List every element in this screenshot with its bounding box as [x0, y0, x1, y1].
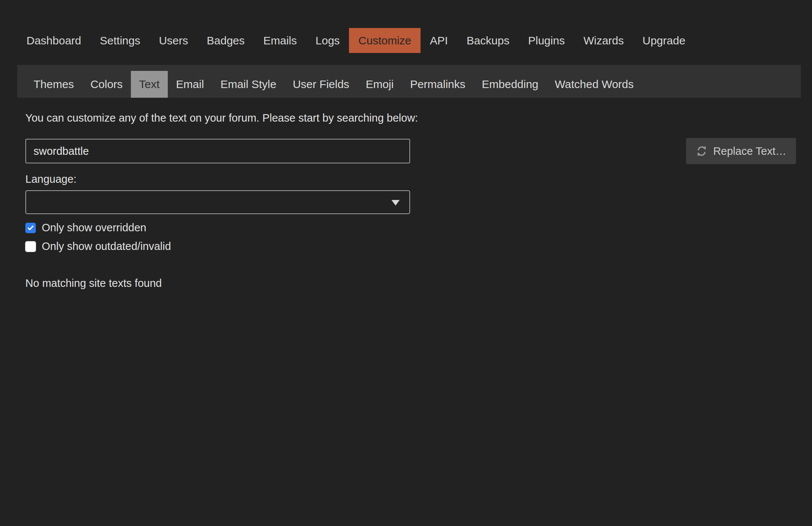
top-nav-item-plugins[interactable]: Plugins	[519, 28, 574, 53]
top-nav-item-backups[interactable]: Backups	[457, 28, 519, 53]
top-nav-item-emails[interactable]: Emails	[254, 28, 306, 53]
site-text-search-input[interactable]	[25, 139, 410, 163]
filter-only-show-overridden[interactable]: Only show overridden	[25, 222, 146, 234]
sub-nav-tab-colors[interactable]: Colors	[82, 71, 131, 98]
sub-nav-tab-embedding[interactable]: Embedding	[473, 71, 547, 98]
top-nav-item-dashboard[interactable]: Dashboard	[17, 28, 91, 53]
top-nav-item-settings[interactable]: Settings	[91, 28, 150, 53]
filter-label: Only show outdated/invalid	[42, 240, 171, 253]
top-nav-item-wizards[interactable]: Wizards	[574, 28, 633, 53]
top-nav-item-users[interactable]: Users	[150, 28, 197, 53]
checkbox-unchecked-icon[interactable]	[25, 241, 36, 252]
filter-label: Only show overridden	[42, 222, 146, 234]
refresh-icon	[696, 145, 708, 157]
sub-nav-tab-email[interactable]: Email	[168, 71, 212, 98]
filter-checkboxes: Only show overriddenOnly show outdated/i…	[25, 222, 796, 253]
language-label: Language:	[25, 173, 796, 185]
language-select[interactable]	[25, 190, 410, 214]
admin-top-nav: DashboardSettingsUsersBadgesEmailsLogsCu…	[0, 28, 812, 53]
sub-nav-tab-user-fields[interactable]: User Fields	[284, 71, 358, 98]
top-nav-item-upgrade[interactable]: Upgrade	[633, 28, 695, 53]
checkbox-checked-icon[interactable]	[25, 223, 36, 233]
intro-text: You can customize any of the text on you…	[25, 112, 796, 124]
sub-nav-tab-permalinks[interactable]: Permalinks	[402, 71, 473, 98]
replace-text-button[interactable]: Replace Text…	[686, 138, 796, 164]
sub-nav-tab-watched-words[interactable]: Watched Words	[547, 71, 642, 98]
sub-nav-tab-themes[interactable]: Themes	[25, 71, 82, 98]
top-nav-item-api[interactable]: API	[421, 28, 457, 53]
chevron-down-icon	[391, 200, 400, 206]
filter-only-show-outdated-invalid[interactable]: Only show outdated/invalid	[25, 240, 171, 253]
replace-text-label: Replace Text…	[713, 145, 786, 157]
customize-sub-nav: ThemesColorsTextEmailEmail StyleUser Fie…	[17, 65, 801, 98]
sub-nav-tab-email-style[interactable]: Email Style	[212, 71, 284, 98]
top-nav-item-logs[interactable]: Logs	[306, 28, 349, 53]
no-results-text: No matching site texts found	[25, 277, 796, 289]
top-nav-item-badges[interactable]: Badges	[198, 28, 254, 53]
search-row: Replace Text…	[25, 138, 796, 164]
sub-nav-tab-text[interactable]: Text	[131, 71, 168, 98]
top-nav-item-customize[interactable]: Customize	[349, 28, 421, 53]
site-text-panel: You can customize any of the text on you…	[0, 112, 812, 289]
sub-nav-tab-emoji[interactable]: Emoji	[358, 71, 402, 98]
